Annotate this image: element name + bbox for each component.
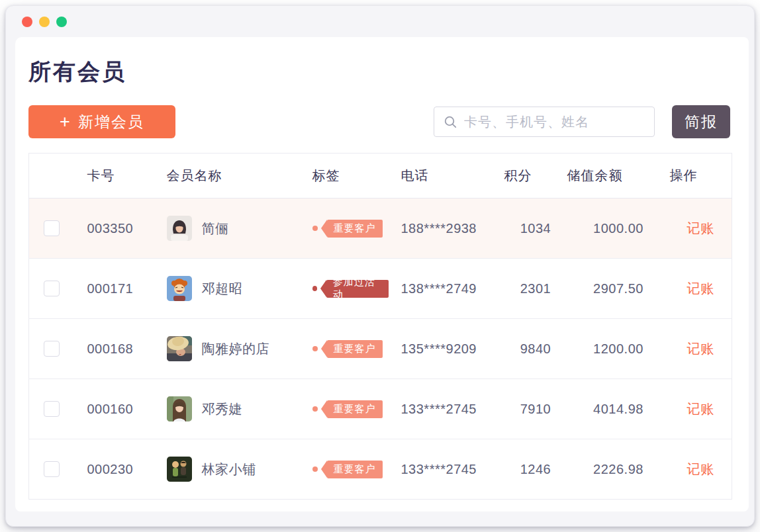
search-icon (444, 115, 457, 129)
tag-dot-icon (312, 346, 318, 351)
zoom-window-icon[interactable] (56, 17, 67, 27)
toolbar: + 新增会员 简报 (28, 105, 730, 138)
phone-cell: 133****2745 (389, 439, 504, 500)
phone-cell: 188****2938 (389, 199, 504, 259)
close-window-icon[interactable] (22, 17, 32, 27)
bookkeeping-link[interactable]: 记账 (687, 341, 714, 356)
tag-cell: 参加过活动 (303, 259, 389, 319)
points-cell: 1246 (504, 439, 567, 500)
tag-chip: 重要客户 (312, 340, 383, 358)
card-no-cell: 000168 (74, 319, 154, 379)
column-header-points: 积分 (504, 154, 567, 199)
row-checkbox[interactable] (44, 281, 60, 296)
search-box (434, 107, 655, 137)
bookkeeping-link[interactable]: 记账 (687, 462, 714, 476)
tag-label: 重要客户 (327, 400, 383, 418)
card-no-cell: 000160 (74, 379, 154, 439)
member-name: 简俪 (202, 220, 229, 238)
table-header-row: 卡号 会员名称 标签 电话 积分 储值余额 操作 (29, 154, 732, 199)
tag-dot-icon (312, 466, 318, 472)
column-header-action: 操作 (670, 154, 732, 199)
member-name: 陶雅婷的店 (202, 340, 270, 358)
points-cell: 2301 (504, 259, 567, 319)
member-name: 林家小铺 (202, 461, 256, 478)
phone-cell: 138****2749 (389, 259, 504, 319)
tag-label: 重要客户 (327, 220, 383, 238)
tag-dot-icon (312, 286, 317, 291)
column-header-balance: 储值余额 (567, 154, 670, 199)
tag-cell: 重要客户 (303, 439, 389, 500)
members-table: 卡号 会员名称 标签 电话 积分 储值余额 操作 003350 简俪 重要客 (28, 153, 732, 500)
app-window: 所有会员 + 新增会员 简报 (5, 5, 755, 527)
table-row: 000171 邓超昭 参加过活动 138****2749 2301 2907.5… (29, 259, 732, 319)
row-checkbox[interactable] (44, 461, 60, 477)
table-row: 000160 邓秀婕 重要客户 133****2745 7910 4014.98… (29, 379, 732, 439)
points-cell: 7910 (504, 379, 567, 439)
tag-chip: 重要客户 (312, 461, 383, 478)
column-header-card: 卡号 (74, 154, 154, 199)
toolbar-right: 简报 (434, 105, 730, 138)
tag-cell: 重要客户 (303, 199, 389, 259)
row-checkbox[interactable] (44, 341, 60, 357)
member-avatar (167, 457, 192, 482)
tag-label: 参加过活动 (326, 280, 389, 298)
row-checkbox[interactable] (44, 401, 60, 417)
tag-label: 重要客户 (327, 340, 383, 358)
row-checkbox[interactable] (44, 220, 60, 236)
points-cell: 9840 (504, 319, 567, 379)
minimize-window-icon[interactable] (39, 17, 50, 27)
card-no-cell: 000230 (74, 439, 154, 500)
tag-cell: 重要客户 (303, 379, 389, 439)
member-name: 邓超昭 (202, 280, 243, 298)
card-no-cell: 000171 (74, 259, 154, 319)
member-avatar (167, 336, 192, 361)
member-name-cell: 邓秀婕 (154, 379, 303, 439)
member-name-cell: 邓超昭 (154, 259, 303, 319)
tag-dot-icon (312, 406, 318, 412)
tag-chip: 重要客户 (312, 400, 383, 418)
member-name-cell: 林家小铺 (154, 439, 303, 500)
tag-chip: 参加过活动 (312, 280, 389, 298)
add-member-label: 新增会员 (78, 112, 144, 132)
member-avatar (167, 396, 192, 421)
search-input[interactable] (464, 114, 646, 130)
tag-label: 重要客户 (327, 461, 383, 478)
add-member-button[interactable]: + 新增会员 (28, 105, 175, 138)
bookkeeping-link[interactable]: 记账 (687, 281, 714, 296)
phone-cell: 135****9209 (389, 319, 504, 379)
table-row: 003350 简俪 重要客户 188****2938 1034 1000.00 … (29, 199, 732, 259)
member-avatar (167, 276, 192, 301)
plus-icon: + (60, 112, 70, 132)
points-cell: 1034 (504, 199, 567, 259)
content-panel: 所有会员 + 新增会员 简报 (15, 37, 749, 511)
tag-cell: 重要客户 (303, 319, 389, 379)
bookkeeping-link[interactable]: 记账 (687, 402, 714, 416)
tag-chip: 重要客户 (312, 220, 383, 238)
report-button[interactable]: 简报 (672, 105, 730, 138)
balance-cell: 1000.00 (567, 199, 670, 259)
column-header-phone: 电话 (389, 154, 504, 199)
table-row: 000230 林家小铺 重要客户 133****2745 1246 2226.9… (29, 439, 732, 500)
column-header-tag: 标签 (303, 154, 389, 199)
bookkeeping-link[interactable]: 记账 (687, 221, 714, 236)
column-header-name: 会员名称 (154, 154, 303, 199)
phone-cell: 133****2745 (389, 379, 504, 439)
page-title: 所有会员 (28, 57, 730, 87)
member-name-cell: 简俪 (154, 199, 303, 259)
member-name: 邓秀婕 (202, 400, 243, 418)
window-controls (22, 17, 67, 27)
balance-cell: 2226.98 (567, 439, 670, 500)
balance-cell: 1200.00 (567, 319, 670, 379)
balance-cell: 2907.50 (567, 259, 670, 319)
table-row: 000168 陶雅婷的店 重要客户 135****9209 9840 1200.… (29, 319, 732, 379)
member-name-cell: 陶雅婷的店 (154, 319, 303, 379)
select-column-header (29, 154, 74, 199)
balance-cell: 4014.98 (567, 379, 670, 439)
member-avatar (167, 216, 192, 241)
card-no-cell: 003350 (74, 199, 154, 259)
tag-dot-icon (312, 226, 318, 231)
